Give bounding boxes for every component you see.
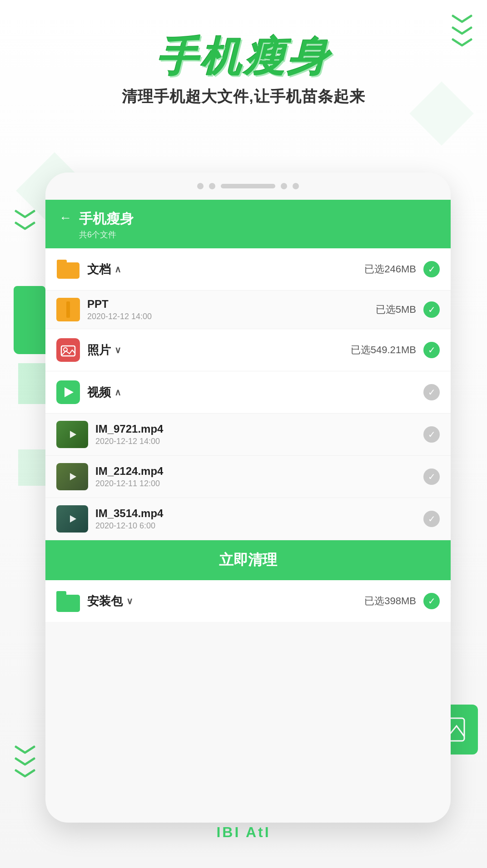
play-icon (70, 473, 76, 480)
item-date: 2020-12-10 6:00 (95, 521, 423, 531)
check-icon-unselected[interactable]: ✓ (423, 426, 440, 443)
item-text: IM_2124.mp4 2020-12-11 12:00 (95, 465, 423, 488)
category-name: 文档 (87, 261, 111, 277)
list-item-video-3[interactable]: IM_3514.mp4 2020-12-10 6:00 ✓ (45, 498, 451, 540)
category-label: 照片 ∨ (87, 342, 351, 358)
chevron-icon (14, 768, 36, 777)
header-subtitle: 共6个文件 (79, 229, 134, 240)
hero-section: 手机瘦身 清理手机超大文件,让手机苗条起来 (0, 36, 487, 107)
install-folder-icon (56, 589, 80, 613)
header-title: 手机瘦身 (79, 210, 134, 228)
camera-dot (209, 183, 215, 189)
expand-icon: ∧ (114, 387, 121, 398)
bottom-text: IBI AtI (0, 824, 487, 841)
ppt-icon (56, 298, 80, 321)
chevron-icon (14, 209, 36, 218)
video-icon (56, 380, 80, 404)
video-thumbnail (56, 421, 88, 448)
photo-icon-shape (56, 338, 80, 362)
camera-dot (293, 183, 299, 189)
video-thumbnail (56, 463, 88, 490)
category-row-documents[interactable]: 文档 ∧ 已选246MB ✓ (45, 248, 451, 291)
folder-icon (56, 257, 80, 281)
photo-icon (56, 338, 80, 362)
item-date: 2020-12-12 14:00 (95, 437, 423, 446)
play-icon (65, 387, 74, 397)
category-label: 视频 ∧ (87, 385, 416, 400)
check-icon[interactable]: ✓ (423, 261, 440, 277)
category-row-install[interactable]: 安装包 ∨ 已选398MB ✓ (45, 580, 451, 622)
deco-chevrons-bottom-left (14, 745, 36, 777)
folder-icon-shape (57, 260, 80, 279)
camera-dot (197, 183, 204, 189)
category-name: 视频 (87, 385, 111, 400)
check-icon[interactable]: ✓ (423, 301, 440, 318)
category-label: 文档 ∧ (87, 261, 364, 277)
play-icon (70, 431, 76, 438)
item-text: IM_9721.mp4 2020-12-12 14:00 (95, 423, 423, 446)
hero-title: 手机瘦身 (0, 36, 487, 77)
list-item-ppt[interactable]: PPT 2020-12-12 14:00 已选5MB ✓ (45, 291, 451, 329)
item-name: IM_9721.mp4 (95, 423, 423, 435)
list-item-video-1[interactable]: IM_9721.mp4 2020-12-12 14:00 ✓ (45, 414, 451, 456)
list-item-video-2[interactable]: IM_2124.mp4 2020-12-11 12:00 ✓ (45, 456, 451, 498)
category-size: 已选398MB (364, 594, 416, 608)
clean-button[interactable]: 立即清理 (45, 540, 451, 580)
item-name: PPT (87, 298, 376, 311)
check-icon[interactable]: ✓ (423, 342, 440, 358)
item-text: PPT 2020-12-12 14:00 (87, 298, 376, 321)
chevron-icon (14, 745, 36, 754)
item-date: 2020-12-11 12:00 (95, 479, 423, 488)
category-size: 已选549.21MB (351, 343, 416, 357)
app-header: ← 手机瘦身 共6个文件 (45, 200, 451, 248)
video-icon-shape (56, 380, 80, 404)
back-button[interactable]: ← (59, 211, 72, 225)
phone-content: ← 手机瘦身 共6个文件 文档 ∧ 已选246MB (45, 200, 451, 823)
chevron-icon (14, 756, 36, 765)
phone-top-bar (45, 173, 451, 200)
check-icon-unselected[interactable]: ✓ (423, 469, 440, 485)
clean-button-label: 立即清理 (219, 552, 277, 568)
category-size: 已选246MB (364, 262, 416, 276)
category-row-videos[interactable]: 视频 ∧ ✓ (45, 371, 451, 414)
chevron-icon (451, 25, 473, 35)
item-name: IM_3514.mp4 (95, 507, 423, 520)
hero-subtitle: 清理手机超大文件,让手机苗条起来 (0, 86, 487, 107)
chevron-icon (14, 221, 36, 230)
deco-chevrons-left (14, 209, 36, 230)
play-icon (70, 515, 76, 523)
check-icon[interactable]: ✓ (423, 593, 440, 609)
expand-icon: ∨ (126, 596, 133, 607)
video-thumbnail (56, 505, 88, 533)
file-list: 文档 ∧ 已选246MB ✓ PPT 2020-12-12 14:00 已选5M… (45, 248, 451, 622)
phone-mockup: ← 手机瘦身 共6个文件 文档 ∧ 已选246MB (45, 173, 451, 823)
item-name: IM_2124.mp4 (95, 465, 423, 478)
header-text: 手机瘦身 共6个文件 (79, 210, 134, 240)
category-name: 照片 (87, 342, 111, 358)
item-size: 已选5MB (376, 303, 416, 316)
ppt-icon-bar (66, 301, 70, 318)
item-date: 2020-12-12 14:00 (87, 312, 376, 321)
category-name: 安装包 (87, 593, 123, 609)
check-icon-unselected[interactable]: ✓ (423, 511, 440, 527)
camera-dot (281, 183, 287, 189)
check-icon-unselected[interactable]: ✓ (423, 384, 440, 400)
speaker (221, 184, 275, 188)
expand-icon: ∨ (114, 345, 121, 355)
category-label: 安装包 ∨ (87, 593, 364, 609)
item-text: IM_3514.mp4 2020-12-10 6:00 (95, 507, 423, 531)
category-row-photos[interactable]: 照片 ∨ 已选549.21MB ✓ (45, 329, 451, 371)
expand-icon: ∧ (114, 264, 121, 275)
chevron-icon (451, 14, 473, 23)
